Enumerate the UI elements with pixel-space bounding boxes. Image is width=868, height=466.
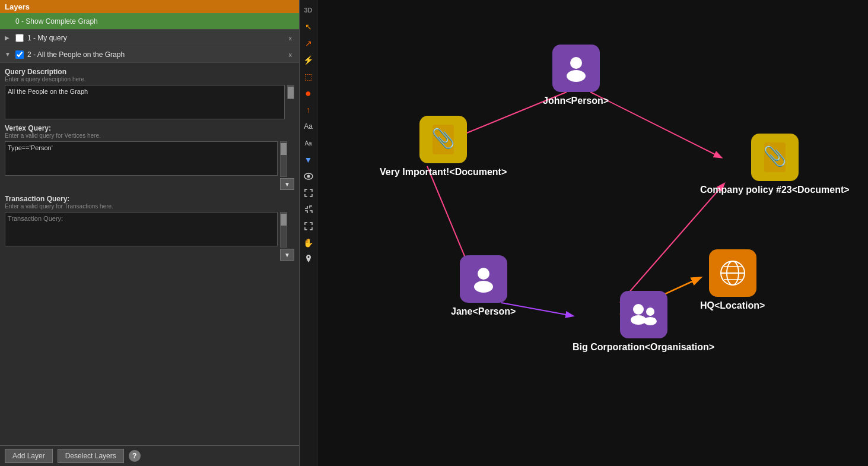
transaction-query-controls: ▼ [280, 212, 294, 261]
very-important-icon: 📎 [419, 116, 467, 163]
layer-2-checkbox[interactable] [15, 50, 24, 59]
company-policy-label: Company policy #23<Document> [700, 185, 850, 195]
vertex-query-input[interactable]: Type=='Person' [5, 141, 278, 176]
node-company-policy[interactable]: 📎 Company policy #23<Document> [700, 134, 850, 195]
layer-0[interactable]: 0 - Show Complete Graph [0, 13, 299, 30]
deselect-layers-button[interactable]: Deselect Layers [58, 449, 124, 463]
layer-2-close[interactable]: x [287, 50, 295, 59]
text-small[interactable]: Aa [301, 135, 316, 151]
layer-1-close[interactable]: x [287, 33, 295, 43]
vertex-scrollbar[interactable] [280, 141, 287, 177]
color-tool[interactable]: ● [301, 85, 316, 101]
vertex-query-sublabel: Enter a valid query for Vertices here. [5, 132, 294, 139]
svg-point-14 [478, 268, 489, 280]
query-description-section: Query Description Enter a query descript… [5, 68, 294, 119]
layer-0-label: 0 - Show Complete Graph [15, 17, 294, 26]
pin-tool[interactable] [301, 252, 316, 267]
query-description-sublabel: Enter a query description here. [5, 76, 294, 83]
query-area: Query Description Enter a query descript… [0, 63, 299, 445]
svg-point-9 [567, 70, 586, 82]
very-important-label: Very Important!<Document> [380, 167, 507, 177]
vertex-query-section: Vertex Query: Enter a valid query for Ve… [5, 124, 294, 190]
bottom-bar: Add Layer Deselect Layers ? [0, 445, 299, 466]
3d-toggle[interactable]: 3D [301, 2, 316, 18]
layer-1-checkbox[interactable] [15, 34, 24, 42]
eye-tool[interactable] [301, 169, 316, 184]
hq-icon [709, 249, 756, 297]
node-very-important[interactable]: 📎 Very Important!<Document> [380, 116, 507, 177]
layer-1-label: 1 - My query [27, 34, 287, 42]
hand-tool[interactable]: ✋ [301, 235, 316, 251]
arrow-up[interactable]: ↑ [301, 102, 316, 118]
layer-1-expand: ▶ [5, 34, 13, 41]
direct-select[interactable]: ↗ [301, 36, 316, 51]
john-icon [552, 45, 600, 92]
svg-point-8 [570, 57, 582, 69]
transaction-query-section: Transaction Query: Enter a valid query f… [5, 195, 294, 261]
svg-point-15 [474, 281, 493, 293]
layers-header: Layers [0, 0, 299, 13]
help-icon[interactable]: ? [129, 450, 141, 462]
node-big-corporation[interactable]: Big Corporation<Organisation> [573, 291, 714, 353]
svg-point-19 [644, 317, 657, 325]
query-description-input[interactable]: All the People on the Graph [5, 85, 285, 119]
vertex-query-controls: ▼ [280, 141, 294, 190]
jane-icon [460, 255, 507, 303]
transaction-query-dropdown[interactable]: ▼ [280, 249, 294, 261]
query-desc-scrollbar[interactable] [287, 85, 294, 99]
contract-all[interactable] [301, 202, 316, 217]
add-layer-button[interactable]: Add Layer [5, 449, 53, 463]
graph-area[interactable]: John<Person> 📎 Very Important!<Document>… [317, 0, 868, 466]
vertex-query-dropdown[interactable]: ▼ [280, 178, 294, 190]
john-label: John<Person> [543, 96, 609, 106]
svg-point-17 [631, 315, 646, 325]
layer-2[interactable]: ▼ 2 - All the People on the Graph x [0, 46, 299, 63]
left-panel: Layers 0 - Show Complete Graph ▶ 1 - My … [0, 0, 300, 466]
transaction-query-label: Transaction Query: [5, 195, 294, 203]
big-corporation-label: Big Corporation<Organisation> [573, 342, 714, 353]
company-policy-icon: 📎 [751, 134, 799, 181]
text-large[interactable]: Aa [301, 119, 316, 134]
svg-text:📎: 📎 [763, 145, 787, 167]
transaction-scrollbar[interactable] [280, 212, 287, 248]
expand-all[interactable] [301, 185, 316, 201]
marquee-tool[interactable]: ⬚ [301, 69, 316, 84]
layers-title: Layers [5, 2, 30, 11]
hq-label: HQ<Location> [700, 300, 765, 311]
layer-2-label: 2 - All the People on the Graph [27, 50, 287, 59]
vertex-query-label: Vertex Query: [5, 124, 294, 132]
node-jane[interactable]: Jane<Person> [451, 255, 516, 317]
layer-2-expand: ▼ [5, 51, 13, 58]
jane-label: Jane<Person> [451, 306, 516, 317]
expand-sel[interactable] [301, 218, 316, 234]
shield-tool[interactable]: ▼ [301, 152, 316, 167]
svg-point-16 [633, 304, 644, 315]
connect-tool[interactable]: ⚡ [301, 52, 316, 68]
select-tool[interactable]: ↖ [301, 19, 316, 34]
layer-1[interactable]: ▶ 1 - My query x [0, 30, 299, 46]
transaction-query-sublabel: Enter a valid query for Transactions her… [5, 203, 294, 210]
transaction-query-input[interactable]: Transaction Query: [5, 212, 278, 246]
query-description-label: Query Description [5, 68, 294, 76]
svg-text:📎: 📎 [431, 127, 455, 150]
toolbar: 3D ↖ ↗ ⚡ ⬚ ● ↑ Aa Aa ▼ ✋ [300, 0, 317, 466]
node-john[interactable]: John<Person> [543, 45, 609, 106]
node-hq[interactable]: HQ<Location> [700, 249, 765, 311]
svg-point-1 [307, 175, 310, 178]
svg-point-18 [646, 308, 654, 316]
big-corporation-icon [620, 291, 667, 338]
